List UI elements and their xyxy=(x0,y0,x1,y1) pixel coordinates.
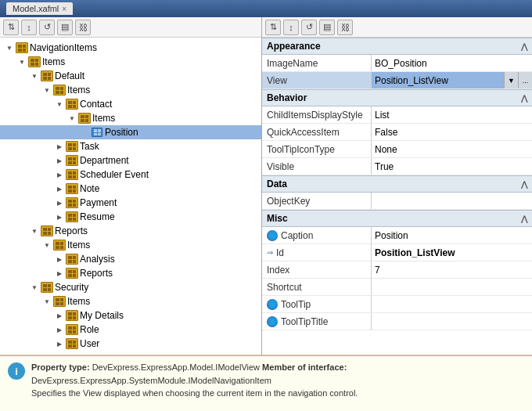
title-bar: Model.xafml × xyxy=(0,0,532,17)
props-sort2-button[interactable]: ↕ xyxy=(283,20,299,35)
folder-icon xyxy=(66,324,78,335)
edit-button[interactable]: ... xyxy=(518,72,532,88)
prop-value[interactable]: None xyxy=(372,141,532,157)
sort-button[interactable]: ⇅ xyxy=(3,20,19,35)
globe-icon: 🌐 xyxy=(267,299,278,310)
tree-node-my-details[interactable]: ▶My Details xyxy=(0,308,261,323)
folder-icon xyxy=(66,169,78,180)
prop-value[interactable]: List xyxy=(372,106,532,123)
expander-icon: ▶ xyxy=(53,200,66,207)
tree-node-scheduler-event[interactable]: ▶Scheduler Event xyxy=(0,168,261,182)
prop-value[interactable] xyxy=(372,279,532,295)
tree-content: ▼NavigationItems▼Items▼Default▼Items▼Con… xyxy=(0,38,261,355)
props-page-button[interactable]: ▤ xyxy=(319,20,335,35)
prop-value[interactable]: False xyxy=(372,124,532,140)
prop-value[interactable] xyxy=(372,193,532,209)
folder-icon xyxy=(41,225,53,236)
prop-value[interactable]: True xyxy=(372,158,532,175)
tree-node-contact[interactable]: ▼Contact xyxy=(0,97,261,111)
tree-node-nav-items[interactable]: ▼NavigationItems xyxy=(0,41,261,55)
info-type: DevExpress.ExpressApp.Model.IModelView xyxy=(92,362,260,372)
section-label: Misc xyxy=(267,213,288,224)
folder-icon xyxy=(53,85,66,96)
link-button[interactable]: ⛓ xyxy=(75,20,91,35)
tree-node-items-reports[interactable]: ▼Items xyxy=(0,238,261,252)
folder-icon xyxy=(66,338,78,349)
chevron-up-icon: ⋀ xyxy=(521,180,527,189)
tree-node-items-security[interactable]: ▼Items xyxy=(0,294,261,308)
prop-key: ToolTipTitle xyxy=(281,316,328,327)
prop-key: Caption xyxy=(281,230,313,241)
node-label: Items xyxy=(67,296,90,307)
tree-node-task[interactable]: ▶Task xyxy=(0,139,261,153)
folder-icon xyxy=(53,240,66,251)
node-label: Items xyxy=(67,85,90,96)
prop-value-input[interactable]: Position_ListView xyxy=(372,72,504,88)
folder-icon xyxy=(66,268,78,279)
prop-name-view: View xyxy=(262,72,372,88)
tree-node-default[interactable]: ▼Default xyxy=(0,69,261,83)
prop-key: View xyxy=(267,75,287,86)
prop-value[interactable]: BO_Position xyxy=(372,55,532,71)
folder-icon xyxy=(66,310,78,321)
tree-node-security[interactable]: ▼Security xyxy=(0,280,261,294)
props-link-button[interactable]: ⛓ xyxy=(337,20,353,35)
expander-icon: ▼ xyxy=(41,242,53,249)
undo-button[interactable]: ↺ xyxy=(39,20,55,35)
props-undo-button[interactable]: ↺ xyxy=(301,20,317,35)
section-header-data[interactable]: Data⋀ xyxy=(262,175,532,193)
prop-row-shortcut: Shortcut xyxy=(262,279,532,296)
tree-toolbar: ⇅ ↕ ↺ ▤ ⛓ xyxy=(0,17,261,38)
section-header-appearance[interactable]: Appearance⋀ xyxy=(262,38,532,55)
info-line2: DevExpress.ExpressApp.SystemModule.IMode… xyxy=(31,374,358,388)
prop-key: Id xyxy=(276,247,284,258)
node-label: Task xyxy=(80,141,99,152)
node-label: Role xyxy=(80,324,99,335)
tree-node-items-root[interactable]: ▼Items xyxy=(0,55,261,69)
prop-value[interactable]: Position xyxy=(372,227,532,243)
expander-icon: ▶ xyxy=(53,143,66,150)
tree-node-role[interactable]: ▶Role xyxy=(0,323,261,337)
folder-icon xyxy=(41,70,53,81)
sort2-button[interactable]: ↕ xyxy=(21,20,37,35)
tree-node-reports[interactable]: ▼Reports xyxy=(0,224,261,238)
tree-node-user[interactable]: ▶User xyxy=(0,337,261,351)
folder-icon xyxy=(41,282,53,293)
tree-node-payment[interactable]: ▶Payment xyxy=(0,196,261,210)
props-toolbar: ⇅ ↕ ↺ ▤ ⛓ xyxy=(262,17,532,38)
prop-key: ToolTipIconType xyxy=(267,144,335,155)
prop-key: ImageName xyxy=(267,58,318,69)
prop-name-shortcut: Shortcut xyxy=(262,279,372,295)
node-label: Items xyxy=(92,113,115,124)
prop-value[interactable]: Position_ListView xyxy=(372,244,532,261)
id-icon: ⇒ xyxy=(267,248,273,257)
title-tab[interactable]: Model.xafml × xyxy=(6,2,73,15)
tree-node-reports-child[interactable]: ▶Reports xyxy=(0,266,261,280)
expander-icon: ▶ xyxy=(53,214,66,221)
prop-value[interactable] xyxy=(372,296,532,312)
tree-node-analysis[interactable]: ▶Analysis xyxy=(0,252,261,266)
prop-key: Shortcut xyxy=(267,282,302,293)
props-sort-button[interactable]: ⇅ xyxy=(265,20,281,35)
tree-node-position[interactable]: Position xyxy=(0,125,261,139)
dropdown-button[interactable]: ▼ xyxy=(504,72,518,88)
tab-close-icon[interactable]: × xyxy=(62,5,66,13)
tree-node-note[interactable]: ▶Note xyxy=(0,182,261,196)
prop-name-tooltiptitle: 🌐ToolTipTitle xyxy=(262,313,372,330)
tree-node-items-default[interactable]: ▼Items xyxy=(0,83,261,97)
node-label: Note xyxy=(80,183,99,194)
section-header-misc[interactable]: Misc⋀ xyxy=(262,210,532,227)
node-label: Payment xyxy=(80,197,117,208)
tree-node-resume[interactable]: ▶Resume xyxy=(0,210,261,224)
tree-node-items-contact[interactable]: ▼Items xyxy=(0,111,261,125)
node-label: Default xyxy=(55,70,84,81)
section-header-behavior[interactable]: Behavior⋀ xyxy=(262,89,532,106)
node-label: Position xyxy=(105,127,138,138)
folder-icon xyxy=(66,99,78,110)
tree-node-department[interactable]: ▶Department xyxy=(0,153,261,168)
prop-key: Visible xyxy=(267,161,294,172)
prop-row-view: ViewPosition_ListView▼... xyxy=(262,72,532,89)
prop-value[interactable]: 7 xyxy=(372,261,532,278)
prop-value[interactable] xyxy=(372,313,532,330)
page-button[interactable]: ▤ xyxy=(57,20,73,35)
